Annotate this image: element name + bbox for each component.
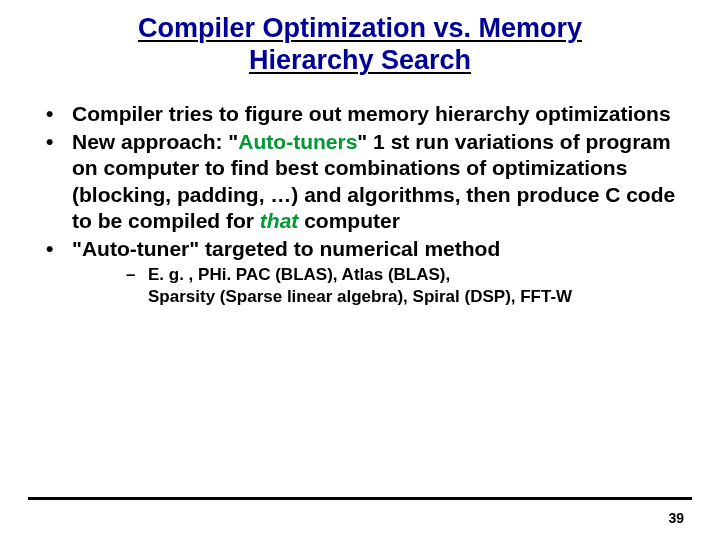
bullet-text: Compiler tries to figure out memory hier… — [72, 102, 671, 125]
slide-content: Compiler tries to figure out memory hier… — [0, 83, 720, 307]
title-line-2: Hierarchy Search — [249, 45, 471, 75]
title-line-1: Compiler Optimization vs. Memory — [138, 13, 582, 43]
bullet-text-post: computer — [298, 209, 400, 232]
bullet-list: Compiler tries to figure out memory hier… — [28, 101, 692, 307]
bullet-accent: Auto-tuners — [238, 130, 357, 153]
slide-title: Compiler Optimization vs. Memory Hierarc… — [0, 0, 720, 83]
footer-rule — [28, 497, 692, 500]
page-number: 39 — [668, 510, 684, 526]
bullet-item: "Auto-tuner" targeted to numerical metho… — [28, 236, 692, 307]
sub-bullet-item: E. g. , PHi. PAC (BLAS), Atlas (BLAS), S… — [72, 264, 692, 307]
bullet-item: Compiler tries to figure out memory hier… — [28, 101, 692, 127]
sub-bullet-line-2: Sparsity (Sparse linear algebra), Spiral… — [148, 287, 572, 306]
bullet-accent-italic: that — [260, 209, 299, 232]
bullet-text: "Auto-tuner" targeted to numerical metho… — [72, 237, 500, 260]
sub-bullet-list: E. g. , PHi. PAC (BLAS), Atlas (BLAS), S… — [72, 264, 692, 307]
sub-bullet-line-1: E. g. , PHi. PAC (BLAS), Atlas (BLAS), — [148, 265, 450, 284]
bullet-text-pre: New approach: " — [72, 130, 238, 153]
bullet-item: New approach: "Auto-tuners" 1 st run var… — [28, 129, 692, 234]
